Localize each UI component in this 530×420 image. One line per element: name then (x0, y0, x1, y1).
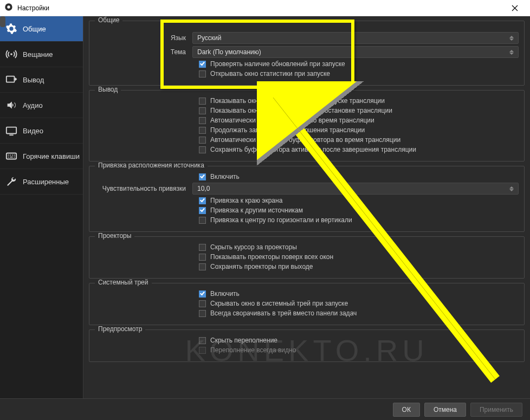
checkbox[interactable] (199, 127, 206, 134)
group-title: Проекторы (95, 232, 134, 240)
svg-rect-5 (7, 153, 16, 159)
language-label: Язык (95, 34, 192, 42)
sidebar-item-output[interactable]: Вывод (0, 67, 83, 93)
checkbox-label: Показывать окно подтверждения при остано… (210, 107, 392, 114)
group-general: Общие Язык Русский Тема Dark (По умолчан… (89, 21, 525, 86)
checkbox[interactable] (199, 310, 206, 317)
spinner-icon (509, 186, 514, 191)
checkbox-label: Привязка к краю экрана (210, 197, 282, 204)
checkbox[interactable] (199, 347, 206, 354)
cancel-button[interactable]: Отмена (424, 403, 466, 417)
audio-icon (5, 99, 17, 111)
group-output: Вывод Показывать окно подтверждения при … (89, 90, 525, 161)
checkbox-label: Скрывать окно в системный трей при запус… (210, 300, 348, 307)
ok-button[interactable]: ОК (393, 403, 420, 417)
checkbox[interactable] (199, 197, 206, 204)
sidebar-scrollbar[interactable] (0, 16, 5, 27)
svg-rect-3 (7, 76, 15, 82)
sidebar-item-label: Горячие клавиши (23, 152, 80, 160)
checkbox-label: Скрыть переполнение (210, 337, 277, 344)
sidebar-item-label: Видео (23, 127, 43, 135)
sidebar: Общие Вещание Вывод Аудио Видео Горячие … (0, 16, 83, 398)
sidebar-item-label: Общие (23, 25, 46, 33)
checkbox-label: Показывать проекторы поверх всех окон (210, 253, 333, 261)
language-select[interactable]: Русский (192, 32, 519, 44)
checkbox-label: Скрыть курсор за проекторы (210, 243, 297, 251)
gear-icon (5, 23, 17, 35)
checkbox-label: Сохранять проекторы при выходе (210, 263, 313, 270)
language-value: Русский (197, 34, 222, 42)
sidebar-item-video[interactable]: Видео (0, 118, 83, 144)
checkbox-label: Сохранять буфер повтора активным после з… (210, 146, 416, 153)
checkbox[interactable] (199, 107, 206, 114)
group-tray: Системный трей Включить Скрывать окно в … (89, 283, 525, 325)
video-icon (5, 125, 17, 137)
checkbox[interactable] (199, 217, 206, 224)
checkbox-label: Включить (210, 290, 240, 298)
group-title: Вывод (95, 86, 121, 93)
group-title: Общие (95, 16, 122, 24)
sidebar-item-label: Вывод (23, 76, 44, 84)
snap-sens-value: 10,0 (197, 185, 210, 192)
sidebar-item-label: Расширенные (23, 178, 69, 186)
snap-sens-input[interactable]: 10,0 (192, 183, 519, 195)
checkbox-label: Автоматически запускать буфер повтора во… (210, 136, 400, 144)
sidebar-item-general[interactable]: Общие (0, 16, 83, 42)
checkbox[interactable] (199, 137, 206, 144)
close-icon (512, 5, 518, 11)
sidebar-item-advanced[interactable]: Расширенные (0, 169, 83, 195)
checkbox[interactable] (199, 244, 206, 251)
output-icon (5, 74, 17, 86)
checkbox-label: Автоматически включать запись во время т… (210, 117, 374, 124)
checkbox[interactable] (199, 263, 206, 270)
sidebar-item-hotkeys[interactable]: Горячие клавиши (0, 144, 83, 169)
theme-select[interactable]: Dark (По умолчанию) (192, 46, 519, 58)
broadcast-icon (5, 48, 17, 60)
check-updates-label: Проверять наличие обновлений при запуске (210, 60, 345, 68)
checkbox[interactable] (199, 337, 206, 344)
tools-icon (5, 176, 17, 188)
checkbox-label: Привязка к другим источникам (210, 206, 303, 214)
checkbox[interactable] (199, 146, 206, 153)
apply-button[interactable]: Применить (470, 403, 522, 417)
group-title: Привязка расположения источника (95, 161, 208, 169)
window-title: Настройки (17, 4, 504, 12)
sidebar-item-audio[interactable]: Аудио (0, 93, 83, 118)
checkbox[interactable] (199, 254, 206, 261)
group-title: Системный трей (95, 279, 152, 286)
checkbox-label: Показывать окно подтверждения при запуск… (210, 97, 385, 105)
checkbox-label: Продолжать запись после завершения транс… (210, 126, 365, 134)
spinner-icon (509, 50, 514, 55)
bottom-bar: ОК Отмена Применить (0, 398, 530, 420)
group-snap: Привязка расположения источника Включить… (89, 166, 525, 232)
checkbox-label: Привязка к центру по горизонтали и верти… (210, 216, 352, 224)
keyboard-icon (5, 150, 17, 162)
checkbox-label: Всегда сворачивать в трей вместо панели … (210, 309, 357, 317)
spinner-icon (509, 36, 514, 41)
close-button[interactable] (504, 1, 526, 16)
svg-point-2 (10, 53, 12, 55)
group-projectors: Проекторы Скрыть курсор за проекторы Пок… (89, 236, 525, 279)
check-updates-checkbox[interactable] (199, 61, 206, 68)
svg-point-1 (7, 5, 10, 8)
svg-rect-4 (7, 127, 16, 134)
checkbox[interactable] (199, 290, 206, 298)
checkbox[interactable] (199, 207, 206, 214)
settings-content: Общие Язык Русский Тема Dark (По умолчан… (83, 16, 530, 398)
snap-enable-checkbox[interactable] (199, 173, 206, 180)
sidebar-item-label: Вещание (23, 50, 53, 59)
theme-label: Тема (95, 48, 192, 56)
checkbox[interactable] (199, 98, 206, 105)
theme-value: Dark (По умолчанию) (197, 48, 261, 56)
checkbox-label: Переполнение всегда видно (210, 346, 296, 354)
sidebar-item-stream[interactable]: Вещание (0, 42, 83, 67)
checkbox[interactable] (199, 300, 206, 307)
snap-sens-label: Чувствительность привязки (95, 185, 192, 192)
open-stats-checkbox[interactable] (199, 70, 206, 77)
app-icon (4, 3, 13, 14)
group-preview: Предпросмотр Скрыть переполнение Перепол… (89, 329, 525, 362)
group-title: Предпросмотр (95, 325, 145, 333)
checkbox[interactable] (199, 117, 206, 124)
open-stats-label: Открывать окно статистики при запуске (210, 70, 330, 77)
checkbox-label: Включить (210, 173, 240, 180)
